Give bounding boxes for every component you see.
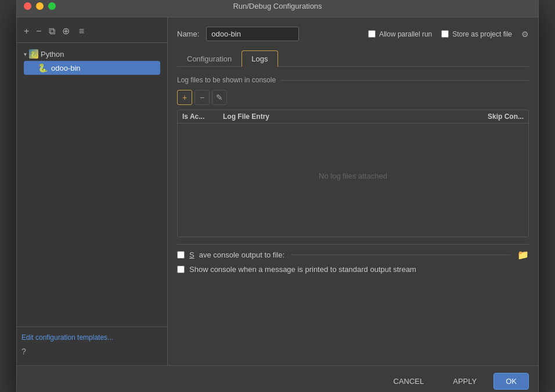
save-output-checkbox[interactable] xyxy=(177,251,185,259)
ok-button[interactable]: OK xyxy=(493,373,529,390)
col-header-entry: Log File Entry xyxy=(223,112,466,121)
cancel-button[interactable]: CANCEL xyxy=(381,373,437,390)
folder-icon[interactable]: 📁 xyxy=(517,249,529,260)
dialog-footer: CANCEL APPLY OK xyxy=(17,365,538,392)
edit-log-button[interactable]: ✎ xyxy=(212,90,227,105)
log-section-label: Log files to be shown in console xyxy=(177,76,529,84)
allow-parallel-input[interactable] xyxy=(368,30,376,38)
dialog-title: Run/Debug Configurations xyxy=(233,2,322,10)
minimize-button[interactable] xyxy=(36,2,44,10)
remove-log-button[interactable]: − xyxy=(194,90,210,105)
apply-button[interactable]: APPLY xyxy=(441,373,489,390)
console-options: Save console output to file: 📁 Show cons… xyxy=(177,244,529,274)
maximize-button[interactable] xyxy=(48,2,56,10)
remove-config-button[interactable]: − xyxy=(34,25,44,38)
name-row: Name: Allow parallel run Store as projec… xyxy=(177,27,529,41)
store-project-checkbox[interactable]: Store as project file xyxy=(441,30,512,38)
file-path-input[interactable] xyxy=(291,255,510,255)
name-label: Name: xyxy=(177,30,199,38)
name-options: Allow parallel run Store as project file… xyxy=(368,30,529,39)
save-output-option: Save console output to file: 📁 xyxy=(177,249,529,260)
allow-parallel-checkbox[interactable]: Allow parallel run xyxy=(368,30,432,38)
sidebar: + − ⧉ ⊕ ≡ ▾ 🐍 Python 🐍 odoo-bin Edit con… xyxy=(17,17,168,365)
sidebar-item-label: odoo-bin xyxy=(51,64,81,72)
add-config-button[interactable]: + xyxy=(21,25,31,38)
python-section: ▾ 🐍 Python 🐍 odoo-bin xyxy=(17,45,167,78)
sidebar-footer: Edit configuration templates... ? xyxy=(17,326,167,361)
copy-config-button[interactable]: ⧉ xyxy=(46,25,57,38)
col-header-active: Is Ac... xyxy=(182,112,223,121)
python-section-label: Python xyxy=(41,50,64,59)
name-input[interactable] xyxy=(206,27,299,41)
main-content: Name: Allow parallel run Store as projec… xyxy=(168,17,538,365)
log-toolbar: + − ✎ xyxy=(177,90,529,105)
move-config-button[interactable]: ⊕ xyxy=(60,24,72,38)
title-bar: Run/Debug Configurations xyxy=(17,0,538,17)
log-table: Is Ac... Log File Entry Skip Con... No l… xyxy=(177,110,529,237)
edit-templates-link[interactable]: Edit configuration templates... xyxy=(21,333,113,342)
tab-logs[interactable]: Logs xyxy=(242,50,278,67)
sort-config-button[interactable]: ≡ xyxy=(77,25,87,38)
close-button[interactable] xyxy=(24,2,31,10)
store-project-label: Store as project file xyxy=(452,30,512,38)
logs-tab-content: Log files to be shown in console + − ✎ I… xyxy=(177,67,529,356)
log-table-header: Is Ac... Log File Entry Skip Con... xyxy=(178,110,528,124)
python-icon: 🐍 xyxy=(29,49,38,59)
chevron-down-icon: ▾ xyxy=(24,51,27,57)
no-logs-message: No log files attached xyxy=(319,172,387,180)
store-project-input[interactable] xyxy=(441,30,449,38)
traffic-lights xyxy=(24,2,56,10)
log-table-empty: No log files attached xyxy=(178,124,528,228)
col-header-skip: Skip Con... xyxy=(466,112,524,121)
help-button[interactable]: ? xyxy=(21,347,163,356)
save-output-label: S xyxy=(189,251,194,259)
show-console-checkbox[interactable] xyxy=(177,266,185,273)
gear-icon[interactable]: ⚙ xyxy=(521,30,529,39)
show-console-option: Show console when a message is printed t… xyxy=(177,265,529,274)
allow-parallel-label: Allow parallel run xyxy=(379,30,432,38)
run-debug-dialog: Run/Debug Configurations + − ⧉ ⊕ ≡ ▾ 🐍 P… xyxy=(16,0,539,392)
python-section-header[interactable]: ▾ 🐍 Python xyxy=(21,48,163,60)
sidebar-item-odoo-bin[interactable]: 🐍 odoo-bin xyxy=(24,61,160,75)
show-console-label: Show console when a message is printed t… xyxy=(189,265,416,274)
config-icon: 🐍 xyxy=(38,63,48,72)
save-output-label-rest: ave console output to file: xyxy=(199,251,284,259)
sidebar-toolbar: + − ⧉ ⊕ ≡ xyxy=(17,22,167,43)
tab-configuration[interactable]: Configuration xyxy=(177,50,242,67)
tabs: Configuration Logs xyxy=(177,50,529,67)
dialog-body: + − ⧉ ⊕ ≡ ▾ 🐍 Python 🐍 odoo-bin Edit con… xyxy=(17,17,538,365)
add-log-button[interactable]: + xyxy=(177,90,192,105)
